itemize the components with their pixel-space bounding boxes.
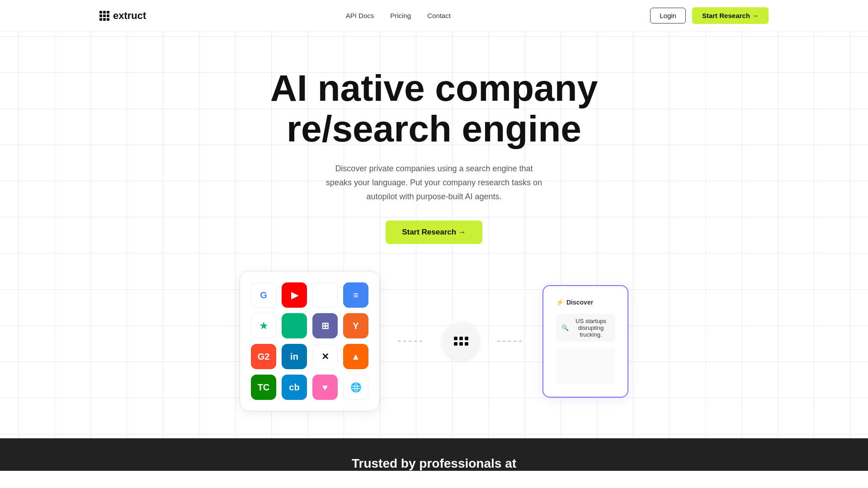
footer-strip: Trusted by professionals at xyxy=(0,438,868,471)
nav-api-docs[interactable]: API Docs xyxy=(346,12,374,19)
login-button[interactable]: Login xyxy=(650,8,686,23)
discover-header: ⚡ Discover xyxy=(556,299,615,306)
integration-icon-5 xyxy=(282,313,307,338)
brand-name: extruct xyxy=(113,10,146,22)
integration-icon-7: Y xyxy=(343,313,368,338)
integration-icon-12: TC xyxy=(251,375,276,400)
integration-icon-13: cb xyxy=(282,375,307,400)
integration-icon-6: ⊞ xyxy=(312,313,338,338)
integration-icon-11: ▲ xyxy=(343,344,368,369)
discover-results-area xyxy=(556,348,615,384)
integration-icon-1: ▶ xyxy=(282,282,307,308)
hero-section: AI native company re/search engine Disco… xyxy=(0,32,868,438)
discover-search-box: 🔍 US startups disrupting trucking. xyxy=(556,314,615,342)
integration-icon-0: G xyxy=(251,282,276,308)
hero-title: AI native company re/search engine xyxy=(270,68,598,149)
hero-subtitle: Discover private companies using a searc… xyxy=(326,162,542,203)
integration-icon-9: in xyxy=(282,344,307,369)
integration-icon-10: ✕ xyxy=(312,344,338,369)
nav-pricing[interactable]: Pricing xyxy=(390,12,411,19)
start-research-button-nav[interactable]: Start Research → xyxy=(692,7,769,24)
integration-icon-2 xyxy=(312,282,338,308)
left-connector xyxy=(398,341,425,342)
navbar: extruct API Docs Pricing Contact Login S… xyxy=(0,0,868,32)
nav-actions: Login Start Research → xyxy=(650,7,769,24)
integration-icon-4: ★ xyxy=(251,313,276,338)
discover-query-text: US startups disrupting trucking. xyxy=(572,318,609,338)
nav-contact[interactable]: Contact xyxy=(427,12,451,19)
brand-logo[interactable]: extruct xyxy=(99,10,146,22)
logo-grid-icon xyxy=(99,11,109,21)
demo-illustration: G▶≡★⊞YG2in✕▲TCcb♥🌐 ⚡ Discover 🔍 US start xyxy=(240,271,628,411)
lightning-icon: ⚡ xyxy=(556,299,564,306)
discover-card: ⚡ Discover 🔍 US startups disrupting truc… xyxy=(542,285,628,398)
integration-icon-14: ♥ xyxy=(312,375,338,400)
search-icon: 🔍 xyxy=(561,324,569,331)
right-connector xyxy=(497,341,524,342)
nav-links: API Docs Pricing Contact xyxy=(346,12,451,20)
trusted-text: Trusted by professionals at xyxy=(0,456,868,471)
integration-card: G▶≡★⊞YG2in✕▲TCcb♥🌐 xyxy=(240,271,380,411)
center-hub xyxy=(443,323,479,359)
integration-icon-15: 🌐 xyxy=(343,375,368,400)
discover-title: Discover xyxy=(566,299,593,306)
integration-icon-8: G2 xyxy=(251,344,276,369)
hub-grid-icon xyxy=(454,337,468,346)
start-research-button-hero[interactable]: Start Research → xyxy=(386,221,482,244)
integration-icon-3: ≡ xyxy=(343,282,368,308)
